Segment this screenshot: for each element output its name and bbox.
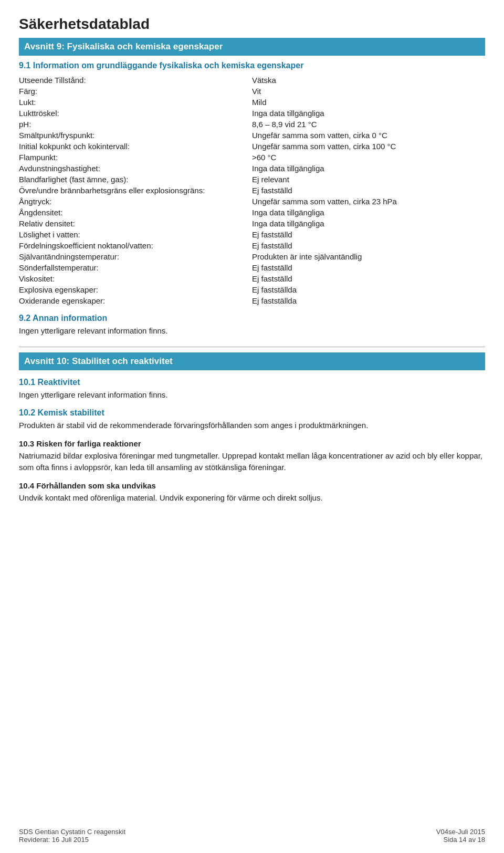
property-value: Inga data tillgängliga: [252, 207, 485, 218]
property-label: Färg:: [19, 86, 252, 97]
footer-page: Sida 14 av 18: [436, 836, 485, 844]
property-row: Utseende Tillstånd:Vätska: [19, 75, 485, 86]
footer-left: SDS Gentian Cystatin C reagenskit Revide…: [19, 828, 125, 844]
property-row: Flampunkt:>60 °C: [19, 152, 485, 163]
property-row: Lukttröskel:Inga data tillgängliga: [19, 108, 485, 119]
property-label: Sönderfallstemperatur:: [19, 262, 252, 273]
property-value: Ungefär samma som vatten, cirka 100 °C: [252, 141, 485, 152]
property-label: Fördelningskoefficient noktanol/vatten:: [19, 240, 252, 251]
property-label: Relativ densitet:: [19, 218, 252, 229]
property-label: Flampunkt:: [19, 152, 252, 163]
property-value: Ej fastställd: [252, 240, 485, 251]
property-label: Explosiva egenskaper:: [19, 284, 252, 295]
footer-right: V04se-Juli 2015 Sida 14 av 18: [436, 828, 485, 844]
property-value: Inga data tillgängliga: [252, 108, 485, 119]
property-label: Utseende Tillstånd:: [19, 75, 252, 86]
property-value: Ej relevant: [252, 174, 485, 185]
property-row: Relativ densitet:Inga data tillgängliga: [19, 218, 485, 229]
property-row: Oxiderande egenskaper:Ej fastställda: [19, 295, 485, 306]
property-label: Lukttröskel:: [19, 108, 252, 119]
property-row: Övre/undre brännbarhetsgräns eller explo…: [19, 185, 485, 196]
property-row: Ångdensitet:Inga data tillgängliga: [19, 207, 485, 218]
footer: SDS Gentian Cystatin C reagenskit Revide…: [19, 828, 485, 844]
property-value: Vätska: [252, 75, 485, 86]
section10-2-text: Produkten är stabil vid de rekommenderad…: [19, 420, 485, 432]
divider: [19, 347, 485, 347]
property-label: Övre/undre brännbarhetsgräns eller explo…: [19, 185, 252, 196]
footer-version: V04se-Juli 2015: [436, 828, 485, 836]
section10-header: Avsnitt 10: Stabilitet och reaktivitet: [19, 352, 485, 370]
property-row: Ångtryck:Ungefär samma som vatten, cirka…: [19, 196, 485, 207]
property-row: Viskositet:Ej fastställd: [19, 273, 485, 284]
property-label: Ångtryck:: [19, 196, 252, 207]
property-row: Avdunstningshastighet:Inga data tillgäng…: [19, 163, 485, 174]
property-value: Mild: [252, 97, 485, 108]
section10-3-text: Natriumazid bildar explosiva föreningar …: [19, 450, 485, 474]
property-label: Blandfarlighet (fast ämne, gas):: [19, 174, 252, 185]
property-value: Inga data tillgängliga: [252, 163, 485, 174]
property-value: Ungefär samma som vatten, cirka 0 °C: [252, 130, 485, 141]
property-label: Självantändningstemperatur:: [19, 251, 252, 262]
property-row: Sönderfallstemperatur:Ej fastställd: [19, 262, 485, 273]
property-value: Inga data tillgängliga: [252, 218, 485, 229]
property-label: Oxiderande egenskaper:: [19, 295, 252, 306]
section10-4-text: Undvik kontakt med oförenliga material. …: [19, 492, 485, 504]
property-label: Löslighet i vatten:: [19, 229, 252, 240]
property-row: Löslighet i vatten:Ej fastställd: [19, 229, 485, 240]
section10-3-title: 10.3 Risken för farliga reaktioner: [19, 439, 485, 448]
property-row: Explosiva egenskaper:Ej fastställda: [19, 284, 485, 295]
property-label: Avdunstningshastighet:: [19, 163, 252, 174]
property-row: Initial kokpunkt och kokintervall:Ungefä…: [19, 141, 485, 152]
property-value: Vit: [252, 86, 485, 97]
property-value: Ej fastställd: [252, 185, 485, 196]
property-row: Blandfarlighet (fast ämne, gas):Ej relev…: [19, 174, 485, 185]
property-row: pH:8,6 – 8,9 vid 21 °C: [19, 119, 485, 130]
section10-4-title: 10.4 Förhållanden som ska undvikas: [19, 481, 485, 490]
property-value: Ej fastställd: [252, 273, 485, 284]
property-label: Smältpunkt/fryspunkt:: [19, 130, 252, 141]
property-row: Lukt:Mild: [19, 97, 485, 108]
property-label: pH:: [19, 119, 252, 130]
property-row: Fördelningskoefficient noktanol/vatten:E…: [19, 240, 485, 251]
property-value: Ej fastställda: [252, 295, 485, 306]
property-value: Ej fastställd: [252, 229, 485, 240]
property-value: Ungefär samma som vatten, cirka 23 hPa: [252, 196, 485, 207]
section9-1-title: 9.1 Information om grundläggande fysikal…: [19, 61, 485, 70]
property-row: Smältpunkt/fryspunkt:Ungefär samma som v…: [19, 130, 485, 141]
property-row: Självantändningstemperatur:Produkten är …: [19, 251, 485, 262]
section10-2-title: 10.2 Kemisk stabilitet: [19, 408, 485, 418]
property-label: Ångdensitet:: [19, 207, 252, 218]
section9-2-title: 9.2 Annan information: [19, 314, 485, 323]
section10-1-title: 10.1 Reaktivitet: [19, 378, 485, 387]
footer-product: SDS Gentian Cystatin C reagenskit: [19, 828, 125, 836]
footer-date: Reviderat: 16 Juli 2015: [19, 836, 125, 844]
property-label: Lukt:: [19, 97, 252, 108]
section10-1-text: Ingen ytterligare relevant information f…: [19, 389, 485, 401]
section9-header: Avsnitt 9: Fysikaliska och kemiska egens…: [19, 38, 485, 56]
section9-2-text: Ingen ytterligare relevant information f…: [19, 325, 485, 337]
property-value: 8,6 – 8,9 vid 21 °C: [252, 119, 485, 130]
property-row: Färg:Vit: [19, 86, 485, 97]
property-label: Viskositet:: [19, 273, 252, 284]
property-value: Ej fastställd: [252, 262, 485, 273]
property-value: >60 °C: [252, 152, 485, 163]
property-value: Produkten är inte självantändlig: [252, 251, 485, 262]
property-label: Initial kokpunkt och kokintervall:: [19, 141, 252, 152]
property-value: Ej fastställda: [252, 284, 485, 295]
properties-table: Utseende Tillstånd:VätskaFärg:VitLukt:Mi…: [19, 75, 485, 306]
page-title: Säkerhetsdatablad: [19, 16, 485, 33]
